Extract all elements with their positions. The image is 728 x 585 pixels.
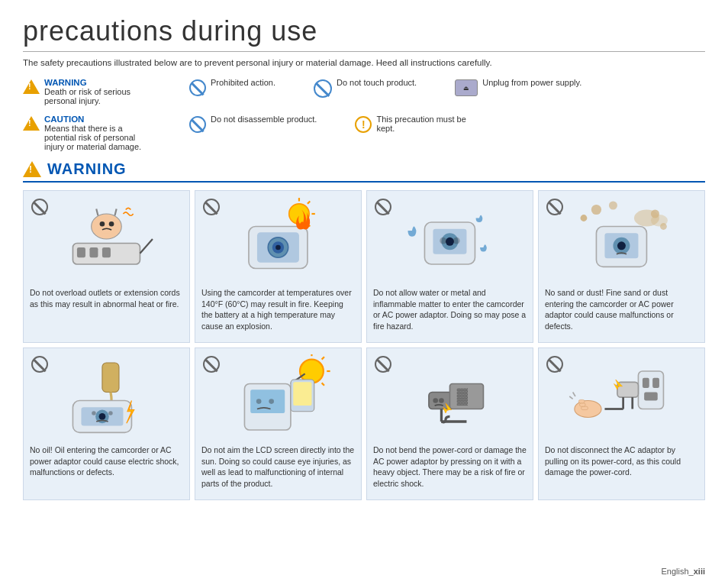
no-touch-label: Do not touch product.: [337, 78, 417, 87]
no-touch-icon: [314, 79, 332, 98]
legend-prohibited: Prohibited action.: [189, 78, 275, 99]
svg-line-48: [322, 357, 324, 359]
oil-svg: [37, 354, 176, 438]
svg-line-9: [96, 208, 98, 215]
card-sand: No sand or dust! Fine sand or dust enter…: [538, 190, 705, 343]
svg-point-57: [269, 399, 274, 404]
no-icon-disconnect: [546, 356, 563, 373]
svg-rect-76: [578, 399, 585, 402]
page-number-value: xiii: [694, 567, 705, 576]
card-powercord-illustration: ▓: [373, 354, 527, 438]
warning-section-icon: [23, 161, 41, 177]
svg-text:▓: ▓: [457, 387, 469, 406]
svg-point-28: [591, 205, 601, 215]
legend-keep-text: This precaution must be kept.: [376, 115, 483, 133]
water-svg: [381, 197, 519, 281]
svg-rect-74: [581, 406, 588, 409]
legend-unplug: ⏏ Unplug from power supply.: [455, 78, 581, 96]
legend-no-touch: Do not touch product.: [314, 78, 417, 100]
legend-row-1: WARNING Death or risk of serious persona…: [23, 78, 705, 105]
svg-point-37: [651, 215, 668, 226]
powercord-svg: ▓: [381, 354, 519, 438]
keep-icon: !: [355, 116, 372, 133]
card-water-text: Do not allow water or metal and inflamma…: [373, 287, 527, 332]
svg-point-7: [100, 221, 105, 227]
svg-rect-65: [638, 371, 663, 409]
svg-point-11: [289, 204, 309, 224]
disconnect-svg: [552, 354, 691, 438]
lcd-svg: [209, 354, 347, 438]
temperature-svg: [209, 197, 347, 281]
svg-point-44: [92, 411, 96, 415]
svg-line-4: [140, 239, 153, 254]
svg-rect-67: [652, 378, 659, 388]
svg-line-50: [322, 383, 324, 385]
svg-rect-53: [250, 389, 285, 413]
outlets-svg: [37, 197, 176, 281]
svg-line-77: [573, 393, 575, 397]
caution-desc: Means that there is a potential risk of …: [44, 124, 151, 151]
page-title: precautions during use: [23, 15, 705, 52]
svg-point-43: [99, 413, 106, 420]
card-oil: No oil! Oil entering the camcorder or AC…: [23, 347, 190, 500]
caution-label: CAUTION: [44, 115, 151, 124]
warning-triangle-icon: [23, 79, 40, 94]
card-lcd-text: Do not aim the LCD screen directly into …: [201, 444, 355, 490]
card-outlets-illustration: [30, 197, 183, 281]
svg-point-20: [275, 245, 281, 250]
card-powercord: ▓ Do not bend the power-cord or damage t…: [366, 347, 533, 500]
svg-point-8: [109, 221, 114, 227]
svg-point-64: [433, 398, 438, 403]
svg-point-45: [108, 411, 113, 415]
card-sand-text: No sand or dust! Fine sand or dust enter…: [545, 287, 698, 332]
legend-warning: WARNING Death or risk of serious persona…: [23, 78, 151, 105]
svg-line-78: [569, 396, 572, 399]
no-icon-oil: [31, 356, 48, 373]
svg-rect-75: [579, 403, 585, 406]
no-icon-lcd: [203, 356, 220, 373]
unplug-label: Unplug from power supply.: [482, 78, 581, 87]
svg-point-5: [92, 214, 122, 239]
svg-point-27: [581, 215, 588, 221]
card-sand-illustration: [545, 197, 698, 281]
svg-rect-68: [644, 393, 658, 401]
legend-caution-text: CAUTION Means that there is a potential …: [44, 115, 151, 151]
card-water: Do not allow water or metal and inflamma…: [366, 190, 533, 343]
warning-label: WARNING: [44, 78, 151, 87]
keep-label: This precaution must be kept.: [376, 115, 483, 133]
svg-line-10: [114, 208, 116, 215]
no-disassemble-icon: [189, 116, 206, 133]
page-number: English_xiii: [662, 567, 706, 576]
no-icon-outlets: [31, 199, 48, 215]
card-outlets-text: Do not overload outlets or extension cor…: [30, 287, 183, 309]
no-icon-temperature: [203, 199, 220, 215]
no-icon-sand: [546, 199, 563, 215]
legend-no-disassemble: Do not disassemble product.: [189, 115, 317, 135]
svg-point-56: [256, 399, 262, 404]
svg-point-35: [617, 241, 626, 250]
unplug-icon: ⏏: [455, 79, 478, 96]
cards-row-1: Do not overload outlets or extension cor…: [23, 190, 705, 343]
legend-keep: ! This precaution must be kept.: [355, 115, 483, 133]
svg-rect-1: [77, 247, 85, 257]
cards-row-2: No oil! Oil entering the camcorder or AC…: [23, 347, 705, 500]
prohibited-icon: [189, 79, 206, 96]
legend-unplug-text: Unplug from power supply.: [482, 78, 581, 87]
svg-point-25: [440, 238, 446, 244]
svg-rect-2: [89, 247, 98, 257]
warning-section-label: WARNING: [47, 160, 127, 178]
card-disconnect-illustration: [545, 354, 698, 438]
svg-point-63: [439, 398, 444, 403]
card-temperature: Using the camcorder at temperatures over…: [195, 190, 362, 343]
no-disassemble-label: Do not disassemble product.: [211, 115, 317, 124]
svg-point-26: [453, 238, 460, 244]
page-container: precautions during use The safety precau…: [0, 0, 728, 512]
prohibited-label: Prohibited action.: [211, 78, 275, 87]
card-outlets: Do not overload outlets or extension cor…: [23, 190, 190, 343]
card-temperature-illustration: [201, 197, 355, 281]
svg-rect-66: [643, 378, 649, 388]
caution-triangle-icon: [23, 116, 40, 131]
warning-section-header: WARNING: [23, 160, 705, 183]
legend-prohibited-text: Prohibited action.: [211, 78, 275, 87]
no-icon-powercord: [375, 356, 391, 373]
